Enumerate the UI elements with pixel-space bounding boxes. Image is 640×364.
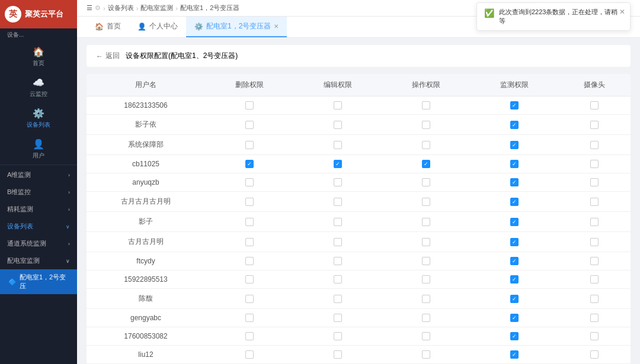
checkbox-edit[interactable] bbox=[334, 275, 342, 284]
cell-camera[interactable] bbox=[559, 155, 631, 173]
cell-delete[interactable] bbox=[205, 192, 293, 212]
nav-cloud[interactable]: ☁️ 云监控 bbox=[0, 72, 77, 103]
checkbox-edit[interactable] bbox=[334, 101, 342, 109]
sidebar-item-b-monitor[interactable]: B维监控 › bbox=[0, 183, 77, 201]
checkbox-edit[interactable] bbox=[334, 314, 342, 322]
checkbox-monitor[interactable] bbox=[510, 141, 519, 149]
cell-camera[interactable] bbox=[559, 232, 631, 252]
cell-edit[interactable] bbox=[293, 232, 382, 252]
cell-camera[interactable] bbox=[559, 289, 631, 309]
checkbox-monitor[interactable] bbox=[510, 218, 519, 226]
cell-camera[interactable] bbox=[559, 115, 631, 135]
cell-monitor[interactable] bbox=[471, 270, 559, 289]
checkbox-edit[interactable] bbox=[334, 238, 342, 246]
tab-personal[interactable]: 👤 个人中心 bbox=[129, 17, 186, 37]
checkbox-delete[interactable] bbox=[245, 275, 254, 284]
checkbox-delete[interactable] bbox=[245, 178, 254, 186]
checkbox-monitor[interactable] bbox=[510, 257, 519, 265]
cell-monitor[interactable] bbox=[471, 192, 559, 212]
cell-operate[interactable] bbox=[382, 96, 470, 115]
checkbox-monitor[interactable] bbox=[510, 101, 519, 109]
checkbox-delete[interactable] bbox=[245, 121, 254, 129]
nav-device[interactable]: ⚙️ 设备列表 bbox=[0, 103, 77, 134]
cell-operate[interactable] bbox=[382, 232, 470, 252]
cell-delete[interactable] bbox=[205, 115, 293, 135]
checkbox-monitor[interactable] bbox=[510, 314, 519, 322]
cell-camera[interactable] bbox=[559, 252, 631, 270]
cell-edit[interactable] bbox=[293, 327, 382, 346]
checkbox-edit[interactable] bbox=[334, 257, 342, 265]
cell-monitor[interactable] bbox=[471, 232, 559, 252]
cell-edit[interactable] bbox=[293, 173, 382, 192]
cell-edit[interactable] bbox=[293, 135, 382, 155]
cell-operate[interactable] bbox=[382, 212, 470, 232]
checkbox-operate[interactable] bbox=[422, 238, 430, 246]
checkbox-delete[interactable] bbox=[245, 332, 254, 340]
cell-monitor[interactable] bbox=[471, 289, 559, 309]
cell-monitor[interactable] bbox=[471, 135, 559, 155]
cell-monitor[interactable] bbox=[471, 346, 559, 364]
checkbox-operate[interactable] bbox=[422, 218, 430, 226]
cell-operate[interactable] bbox=[382, 252, 470, 270]
cell-monitor[interactable] bbox=[471, 155, 559, 173]
cell-edit[interactable] bbox=[293, 309, 382, 327]
cell-camera[interactable] bbox=[559, 212, 631, 232]
checkbox-camera[interactable] bbox=[590, 218, 599, 226]
cell-operate[interactable] bbox=[382, 115, 470, 135]
checkbox-camera[interactable] bbox=[590, 275, 599, 284]
cell-delete[interactable] bbox=[205, 155, 293, 173]
cell-camera[interactable] bbox=[559, 270, 631, 289]
cell-delete[interactable] bbox=[205, 346, 293, 364]
checkbox-edit[interactable] bbox=[334, 198, 342, 206]
cell-monitor[interactable] bbox=[471, 115, 559, 135]
checkbox-camera[interactable] bbox=[590, 160, 599, 168]
tab-home[interactable]: 🏠 首页 bbox=[87, 17, 129, 37]
checkbox-edit[interactable] bbox=[334, 332, 342, 340]
checkbox-delete[interactable] bbox=[245, 198, 254, 206]
checkbox-delete[interactable] bbox=[245, 238, 254, 246]
checkbox-operate[interactable] bbox=[422, 160, 430, 168]
cell-monitor[interactable] bbox=[471, 327, 559, 346]
checkbox-monitor[interactable] bbox=[510, 198, 519, 206]
checkbox-monitor[interactable] bbox=[510, 238, 519, 246]
sidebar-sub-dist-room[interactable]: 🔷 配电室1，2号变压 bbox=[0, 269, 77, 294]
cell-operate[interactable] bbox=[382, 270, 470, 289]
checkbox-edit[interactable] bbox=[334, 160, 342, 168]
cell-camera[interactable] bbox=[559, 192, 631, 212]
cell-operate[interactable] bbox=[382, 192, 470, 212]
cell-edit[interactable] bbox=[293, 212, 382, 232]
checkbox-delete[interactable] bbox=[245, 314, 254, 322]
cell-edit[interactable] bbox=[293, 289, 382, 309]
checkbox-edit[interactable] bbox=[334, 218, 342, 226]
checkbox-camera[interactable] bbox=[590, 141, 599, 149]
cell-operate[interactable] bbox=[382, 173, 470, 192]
cell-delete[interactable] bbox=[205, 309, 293, 327]
cell-operate[interactable] bbox=[382, 346, 470, 364]
checkbox-operate[interactable] bbox=[422, 141, 430, 149]
back-button[interactable]: ← 返回 bbox=[96, 51, 120, 61]
tab-close-btn[interactable]: ✕ bbox=[274, 23, 279, 30]
checkbox-operate[interactable] bbox=[422, 275, 430, 284]
checkbox-operate[interactable] bbox=[422, 314, 430, 322]
checkbox-delete[interactable] bbox=[245, 101, 254, 109]
checkbox-operate[interactable] bbox=[422, 178, 430, 186]
cell-operate[interactable] bbox=[382, 135, 470, 155]
cell-edit[interactable] bbox=[293, 346, 382, 364]
checkbox-edit[interactable] bbox=[334, 350, 342, 359]
cell-camera[interactable] bbox=[559, 309, 631, 327]
cell-camera[interactable] bbox=[559, 96, 631, 115]
checkbox-delete[interactable] bbox=[245, 160, 254, 168]
checkbox-monitor[interactable] bbox=[510, 121, 519, 129]
checkbox-operate[interactable] bbox=[422, 101, 430, 109]
checkbox-delete[interactable] bbox=[245, 350, 254, 359]
cell-monitor[interactable] bbox=[471, 252, 559, 270]
cell-edit[interactable] bbox=[293, 96, 382, 115]
checkbox-monitor[interactable] bbox=[510, 160, 519, 168]
nav-home[interactable]: 🏠 首页 bbox=[0, 41, 77, 72]
cell-delete[interactable] bbox=[205, 270, 293, 289]
notification-close-btn[interactable]: ✕ bbox=[619, 8, 625, 16]
sidebar-item-device-list[interactable]: 设备列表 ∨ bbox=[0, 218, 77, 235]
checkbox-delete[interactable] bbox=[245, 141, 254, 149]
checkbox-camera[interactable] bbox=[590, 350, 599, 359]
cell-delete[interactable] bbox=[205, 212, 293, 232]
